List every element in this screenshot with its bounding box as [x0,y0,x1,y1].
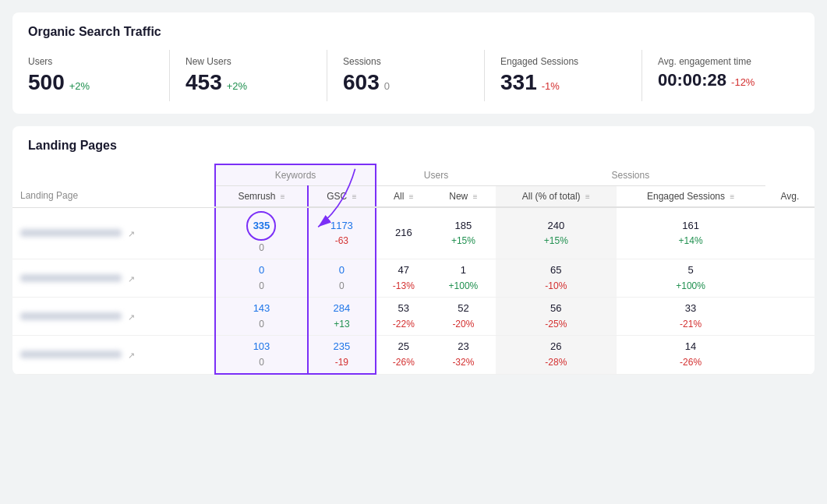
avg-col-header: Avg. [765,186,815,208]
gsc-sub-1: -63 [335,234,348,248]
users-group-header: Users [376,164,496,186]
metric-sessions-value: 603 [343,70,380,95]
users-new-cell-4: 23 -32% [431,336,496,374]
users-all-cell-4: 25 -26% [376,336,431,374]
blurred-url-3 [20,312,122,320]
semrush-cell-3: 143 0 [215,298,308,336]
lp-cell-1: ↗ [12,207,215,259]
engaged-sessions-cell-1: 161 +14% [617,207,765,259]
sessions-all-pct-filter-icon[interactable]: ≡ [585,192,590,201]
table-row: ↗ 103 0 235 -19 [12,336,815,374]
gsc-cell-1: 1173 -63 [308,207,376,259]
users-new-cell-1: 185 +15% [431,207,496,259]
blurred-url-1 [20,229,122,237]
semrush-cell-4: 103 0 [215,336,308,374]
lp-col-header: Landing Page [12,164,215,207]
metric-engaged-sessions-value: 331 [500,70,537,95]
gsc-cell-3: 284 +13 [308,298,376,336]
semrush-cell-2: 0 0 [215,259,308,298]
metric-new-users-change: +2% [227,80,247,92]
page-title: Organic Search Traffic [28,25,799,39]
metric-sessions-change: 0 [384,80,390,92]
metric-users-value: 500 [28,70,65,95]
users-new-col-header[interactable]: New ≡ [431,186,496,208]
semrush-cell-1: 335 0 [215,207,308,259]
table-row: ↗ 143 0 284 +13 [12,298,815,336]
lp-cell-4: ↗ [12,336,215,374]
users-all-cell-2: 47 -13% [376,259,431,298]
users-new-cell-2: 1 +100% [431,259,496,298]
metric-new-users: New Users 453 +2% [170,50,327,101]
avg-cell-2 [765,259,815,298]
sessions-group-header: Sessions [496,164,765,186]
users-new-filter-icon[interactable]: ≡ [473,192,478,201]
metric-engaged-sessions: Engaged Sessions 331 -1% [485,50,642,101]
users-all-col-header[interactable]: All ≡ [376,186,431,208]
sessions-all-pct-cell-3: 56 -25% [496,298,616,336]
lp-cell-3: ↗ [12,298,215,336]
table-row: ↗ 335 0 [12,207,815,259]
semrush-filter-icon[interactable]: ≡ [281,192,285,201]
semrush-sub-1: 0 [259,241,264,256]
avg-cell-4 [765,336,815,374]
metrics-card: Organic Search Traffic Users 500 +2% New… [12,12,815,114]
engaged-sessions-col-header[interactable]: Engaged Sessions ≡ [617,186,765,208]
sessions-all-pct-cell-1: 240 +15% [496,207,616,259]
metric-engaged-sessions-label: Engaged Sessions [500,56,626,67]
users-all-filter-icon[interactable]: ≡ [409,192,414,201]
engaged-sessions-cell-4: 14 -26% [617,336,765,374]
metric-avg-engagement: Avg. engagement time 00:00:28 -12% [642,50,799,101]
landing-pages-table: Landing Page Keywords Users Sessions Sem… [12,164,815,375]
metric-avg-engagement-change: -12% [731,76,755,88]
metric-sessions: Sessions 603 0 [327,50,485,101]
sessions-all-pct-col-header[interactable]: All (% of total) ≡ [496,186,616,208]
engaged-sessions-filter-icon[interactable]: ≡ [730,192,734,201]
gsc-col-header[interactable]: GSC ≡ [308,186,376,208]
external-link-icon-2[interactable]: ↗ [128,274,135,284]
metric-sessions-label: Sessions [343,56,468,67]
users-new-cell-3: 52 -20% [431,298,496,336]
blurred-url-2 [20,274,122,282]
gsc-cell-2: 0 0 [308,259,376,298]
external-link-icon-4[interactable]: ↗ [128,351,135,361]
external-link-icon-3[interactable]: ↗ [128,312,135,322]
gsc-main-1: 1173 [330,218,353,234]
metric-new-users-label: New Users [186,56,311,67]
gsc-filter-icon[interactable]: ≡ [352,192,357,201]
metric-avg-engagement-value: 00:00:28 [658,70,726,90]
metric-users-change: +2% [69,80,90,92]
lp-cell-2: ↗ [12,259,215,298]
col-group-header-row: Landing Page Keywords Users Sessions [12,164,815,186]
metric-users-label: Users [28,56,154,67]
metric-users: Users 500 +2% [28,50,170,101]
semrush-col-header[interactable]: Semrush ≡ [215,186,308,208]
sessions-all-pct-cell-4: 26 -28% [496,336,616,374]
users-all-cell-1: 216 [376,207,431,259]
table-row: ↗ 0 0 0 0 [12,259,815,298]
keywords-group-header: Keywords [215,164,376,186]
landing-pages-card: Landing Pages Landing Page Keywords User… [12,126,815,375]
engaged-sessions-cell-3: 33 -21% [617,298,765,336]
engaged-sessions-cell-2: 5 +100% [617,259,765,298]
metric-avg-engagement-label: Avg. engagement time [658,56,783,67]
gsc-cell-4: 235 -19 [308,336,376,374]
sessions-all-pct-cell-2: 65 -10% [496,259,616,298]
users-all-cell-3: 53 -22% [376,298,431,336]
landing-pages-table-wrapper[interactable]: Landing Page Keywords Users Sessions Sem… [12,164,815,375]
landing-pages-title: Landing Pages [12,139,815,153]
metric-engaged-sessions-change: -1% [542,80,560,92]
avg-cell-3 [765,298,815,336]
avg-cell-1 [765,207,815,259]
metrics-row: Users 500 +2% New Users 453 +2% Sessions… [28,50,799,101]
blurred-url-4 [20,351,122,358]
metric-new-users-value: 453 [186,70,222,95]
external-link-icon-1[interactable]: ↗ [128,229,135,239]
circled-value-335: 335 [246,211,276,241]
